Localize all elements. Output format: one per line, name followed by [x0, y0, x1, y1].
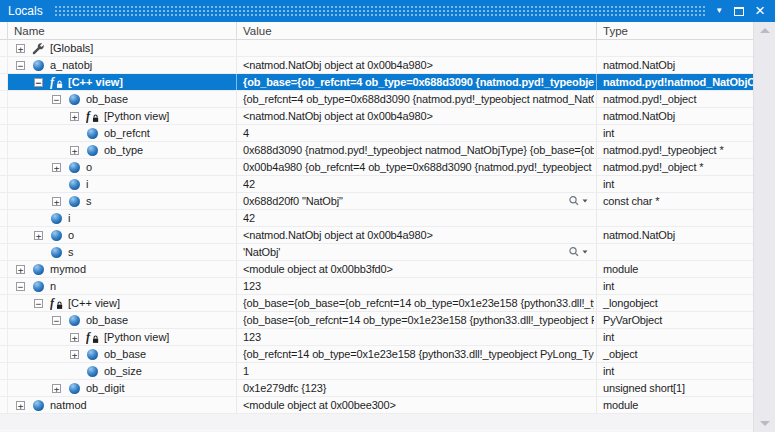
- variable-row[interactable]: + ob_digit 0x1e279dfc {123} unsigned sho…: [0, 380, 753, 397]
- collapse-icon[interactable]: −: [52, 95, 61, 104]
- variable-row[interactable]: − a_natobj <natmod.NatObj object at 0x00…: [0, 57, 753, 74]
- indent: [8, 405, 16, 406]
- value-cell[interactable]: <module object at 0x00bee300>: [237, 397, 597, 413]
- window-position-menu-icon[interactable]: ▼: [715, 3, 723, 19]
- name-cell: + natmod: [8, 397, 237, 413]
- variable-name: i: [68, 212, 70, 224]
- value-cell[interactable]: {ob_refcnt=4 ob_type=0x688d3090 {natmod.…: [237, 91, 597, 107]
- variable-name: i: [86, 178, 88, 190]
- variable-type: int: [597, 278, 753, 294]
- expand-icon[interactable]: +: [52, 197, 61, 206]
- expand-icon[interactable]: +: [52, 384, 61, 393]
- value-cell[interactable]: <module object at 0x00bb3fd0>: [237, 261, 597, 277]
- value-cell[interactable]: {ob_base={ob_refcnt=4 ob_type=0x688d3090…: [237, 74, 597, 90]
- variable-type: int: [597, 125, 753, 141]
- variable-row[interactable]: s 'NatObj': [0, 244, 753, 261]
- variable-row[interactable]: ob_refcnt 4 int: [0, 125, 753, 142]
- variable-row[interactable]: ob_size 1 int: [0, 363, 753, 380]
- variable-row[interactable]: + ob_base {ob_refcnt=14 ob_type=0x1e23e1…: [0, 346, 753, 363]
- value-cell[interactable]: 42: [237, 176, 597, 192]
- variable-row[interactable]: + o 0x00b4a980 {ob_refcnt=4 ob_type=0x68…: [0, 159, 753, 176]
- scroll-up-icon[interactable]: [760, 28, 770, 33]
- expand-icon[interactable]: +: [70, 146, 79, 155]
- variable-row[interactable]: i 42 int: [0, 176, 753, 193]
- variable-row[interactable]: − ob_base {ob_base={ob_refcnt=14 ob_type…: [0, 312, 753, 329]
- value-cell[interactable]: <natmod.NatObj object at 0x00b4a980>: [237, 108, 597, 124]
- expand-icon[interactable]: +: [34, 231, 43, 240]
- row-gutter: [0, 210, 8, 226]
- variable-row[interactable]: + o <natmod.NatObj object at 0x00b4a980>…: [0, 227, 753, 244]
- collapse-icon[interactable]: −: [34, 299, 43, 308]
- variable-name: natmod: [50, 399, 87, 411]
- name-cell: − a_natobj: [8, 57, 237, 73]
- value-cell[interactable]: 42: [237, 210, 597, 226]
- variable-value: <module object at 0x00bee300>: [243, 399, 594, 411]
- value-cell[interactable]: {ob_base={ob_refcnt=14 ob_type=0x1e23e15…: [237, 312, 597, 328]
- value-cell[interactable]: 1: [237, 363, 597, 379]
- text-visualizer-icon: [568, 195, 590, 207]
- variable-row[interactable]: + [Globals]: [0, 40, 753, 57]
- float-button[interactable]: [734, 3, 744, 19]
- variable-row[interactable]: − f [C++ view] {ob_base={ob_base={ob_ref…: [0, 295, 753, 312]
- variable-row[interactable]: + natmod <module object at 0x00bee300> m…: [0, 397, 753, 414]
- row-gutter: [0, 295, 8, 311]
- value-cell[interactable]: 123: [237, 278, 597, 294]
- value-cell[interactable]: 0x00b4a980 {ob_refcnt=4 ob_type=0x688d30…: [237, 159, 597, 175]
- variable-name: o: [68, 229, 74, 241]
- expand-icon[interactable]: +: [16, 44, 25, 53]
- row-gutter: [0, 227, 8, 243]
- column-header-value[interactable]: Value: [237, 22, 597, 39]
- row-gutter: [0, 108, 8, 124]
- variable-row[interactable]: − f [C++ view] {ob_base={ob_refcnt=4 ob_…: [0, 74, 753, 91]
- row-gutter: [0, 125, 8, 141]
- variable-value: <natmod.NatObj object at 0x00b4a980>: [243, 59, 594, 71]
- vertical-scrollbar[interactable]: [753, 22, 775, 432]
- variable-value: {ob_refcnt=4 ob_type=0x688d3090 {natmod.…: [243, 93, 594, 105]
- indent: [8, 337, 70, 338]
- value-cell[interactable]: <natmod.NatObj object at 0x00b4a980>: [237, 57, 597, 73]
- expand-icon[interactable]: +: [16, 401, 25, 410]
- variable-row[interactable]: − ob_base {ob_refcnt=4 ob_type=0x688d309…: [0, 91, 753, 108]
- value-cell[interactable]: 'NatObj': [237, 244, 597, 260]
- variable-row[interactable]: − n 123 int: [0, 278, 753, 295]
- field-icon: [33, 60, 44, 71]
- variable-name: n: [50, 280, 56, 292]
- indent: [8, 371, 70, 372]
- value-cell[interactable]: 0x688d3090 {natmod.pyd!_typeobject natmo…: [237, 142, 597, 158]
- expand-icon[interactable]: +: [70, 112, 79, 121]
- collapse-icon[interactable]: −: [52, 316, 61, 325]
- variable-row[interactable]: + mymod <module object at 0x00bb3fd0> mo…: [0, 261, 753, 278]
- expand-icon[interactable]: +: [52, 163, 61, 172]
- value-cell[interactable]: {ob_refcnt=14 ob_type=0x1e23e158 {python…: [237, 346, 597, 362]
- expand-icon[interactable]: +: [70, 333, 79, 342]
- value-cell[interactable]: 0x688d20f0 "NatObj": [237, 193, 597, 209]
- indent: [8, 388, 52, 389]
- scroll-down-icon[interactable]: [760, 421, 770, 426]
- value-cell[interactable]: 0x1e279dfc {123}: [237, 380, 597, 396]
- row-gutter: [0, 142, 8, 158]
- variable-row[interactable]: + f [Python view] 123 int: [0, 329, 753, 346]
- expand-icon[interactable]: +: [70, 350, 79, 359]
- magnifier-control[interactable]: [568, 246, 594, 258]
- value-cell[interactable]: 4: [237, 125, 597, 141]
- expand-icon[interactable]: +: [16, 265, 25, 274]
- variable-row[interactable]: + ob_type 0x688d3090 {natmod.pyd!_typeob…: [0, 142, 753, 159]
- variable-row[interactable]: + f [Python view] <natmod.NatObj object …: [0, 108, 753, 125]
- collapse-icon[interactable]: −: [16, 282, 25, 291]
- close-button[interactable]: ×: [755, 3, 765, 19]
- magnifier-control[interactable]: [568, 195, 594, 207]
- collapse-icon[interactable]: −: [16, 61, 25, 70]
- column-header-type[interactable]: Type: [597, 22, 753, 39]
- row-gutter: [0, 193, 8, 209]
- titlebar[interactable]: Locals ▼ ×: [0, 0, 775, 22]
- value-cell[interactable]: <natmod.NatObj object at 0x00b4a980>: [237, 227, 597, 243]
- variable-row[interactable]: + s 0x688d20f0 "NatObj" const char *: [0, 193, 753, 210]
- variable-name: [C++ view]: [68, 297, 120, 309]
- variable-row[interactable]: i 42: [0, 210, 753, 227]
- value-cell[interactable]: 123: [237, 329, 597, 345]
- column-header-name[interactable]: Name: [8, 22, 237, 39]
- window-controls: ▼ ×: [715, 3, 775, 19]
- collapse-icon[interactable]: −: [34, 78, 43, 87]
- value-cell[interactable]: [237, 40, 597, 56]
- value-cell[interactable]: {ob_base={ob_base={ob_refcnt=14 ob_type=…: [237, 295, 597, 311]
